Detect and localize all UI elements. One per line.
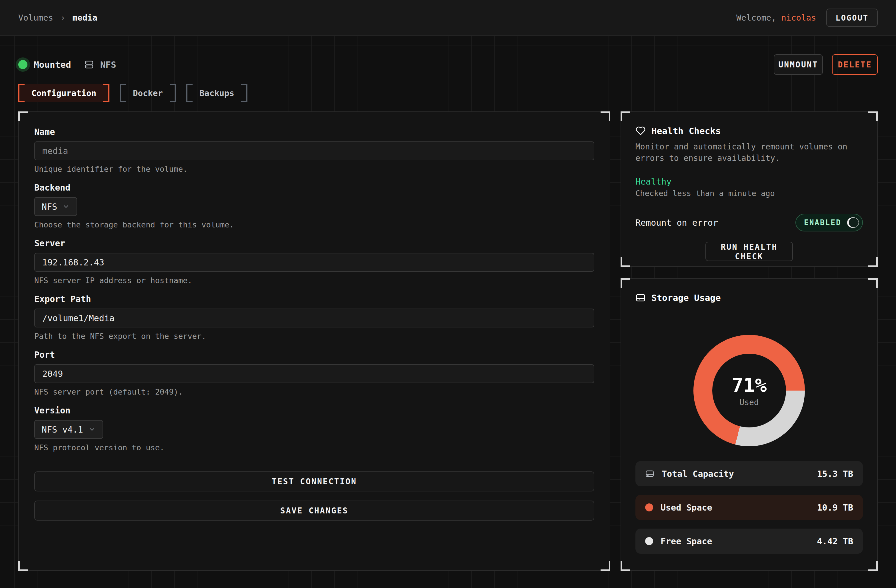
- status-dot-icon: [18, 60, 27, 69]
- name-hint: Unique identifier for the volume.: [34, 164, 594, 174]
- total-capacity-value: 15.3 TB: [817, 469, 853, 479]
- configuration-card: Name Unique identifier for the volume. B…: [18, 111, 610, 571]
- health-checks-title: Health Checks: [651, 126, 721, 136]
- corner-bracket: [868, 561, 878, 571]
- free-space-value: 4.42 TB: [817, 536, 853, 546]
- corner-bracket: [868, 111, 878, 121]
- corner-bracket: [868, 257, 878, 267]
- free-space-dot-icon: [645, 537, 653, 545]
- version-select-value: NFS v4.1: [42, 425, 83, 434]
- port-label: Port: [34, 350, 594, 360]
- free-space-row: Free Space 4.42 TB: [635, 529, 863, 554]
- tab-bar: Configuration Docker Backups: [18, 84, 878, 102]
- mount-status: Mounted: [18, 59, 71, 70]
- name-label: Name: [34, 127, 594, 137]
- tab-backups[interactable]: Backups: [186, 84, 247, 102]
- port-field-group: Port NFS server port (default: 2049).: [34, 350, 594, 397]
- corner-bracket: [18, 111, 28, 121]
- breadcrumb: Volumes › media: [18, 12, 98, 23]
- remount-toggle[interactable]: ENABLED: [795, 214, 863, 232]
- backend-badge-label: NFS: [100, 59, 116, 70]
- heart-icon: [635, 126, 646, 136]
- breadcrumb-current: media: [72, 13, 97, 23]
- unmount-button[interactable]: UNMOUNT: [774, 54, 823, 75]
- export-path-field-group: Export Path Path to the NFS export on th…: [34, 294, 594, 341]
- save-changes-button[interactable]: SAVE CHANGES: [34, 501, 594, 521]
- welcome-text: Welcome, nicolas: [736, 13, 816, 23]
- run-health-check-button[interactable]: RUN HEALTH CHECK: [706, 242, 793, 261]
- health-last-checked: Checked less than a minute ago: [635, 189, 863, 198]
- port-input[interactable]: [34, 364, 594, 383]
- server-hint: NFS server IP address or hostname.: [34, 276, 594, 285]
- corner-bracket: [600, 111, 610, 121]
- backend-field-group: Backend NFS Choose the storage backend f…: [34, 183, 594, 230]
- name-input[interactable]: [34, 142, 594, 160]
- corner-bracket: [620, 278, 630, 288]
- chevron-down-icon: [62, 203, 70, 210]
- page-content: Mounted NFS UNMOUNT DELETE Configuration…: [0, 36, 896, 588]
- export-path-label: Export Path: [34, 294, 594, 304]
- storage-usage-title: Storage Usage: [651, 292, 721, 303]
- free-space-label: Free Space: [661, 536, 712, 546]
- tab-docker[interactable]: Docker: [120, 84, 176, 102]
- health-status: Healthy: [635, 177, 863, 187]
- storage-donut-chart: 71% Used: [693, 335, 805, 446]
- status-bar: Mounted NFS UNMOUNT DELETE: [18, 36, 878, 75]
- port-hint: NFS server port (default: 2049).: [34, 387, 594, 397]
- mount-status-label: Mounted: [34, 59, 71, 70]
- corner-bracket: [620, 257, 630, 267]
- version-field-group: Version NFS v4.1 NFS protocol version to…: [34, 405, 594, 452]
- storage-usage-card: Storage Usage 71% Used: [620, 278, 878, 571]
- corner-bracket: [600, 561, 610, 571]
- chevron-down-icon: [88, 426, 96, 433]
- breadcrumb-volumes[interactable]: Volumes: [18, 13, 53, 23]
- used-space-row: Used Space 10.9 TB: [635, 495, 863, 520]
- corner-bracket: [18, 561, 28, 571]
- corner-bracket: [868, 278, 878, 288]
- remount-toggle-label: ENABLED: [804, 218, 841, 227]
- tab-configuration[interactable]: Configuration: [18, 84, 110, 102]
- export-path-hint: Path to the NFS export on the server.: [34, 331, 594, 341]
- corner-bracket: [620, 111, 630, 121]
- backend-label: Backend: [34, 183, 594, 193]
- chevron-right-icon: ›: [60, 12, 66, 23]
- health-description: Monitor and automatically remount volume…: [635, 141, 863, 164]
- donut-center-label: Used: [739, 398, 759, 407]
- donut-percent: 71%: [732, 374, 767, 396]
- hard-drive-icon: [645, 469, 654, 478]
- server-field-group: Server NFS server IP address or hostname…: [34, 238, 594, 285]
- version-hint: NFS protocol version to use.: [34, 443, 594, 452]
- remount-on-error-label: Remount on error: [635, 218, 718, 228]
- name-field-group: Name Unique identifier for the volume.: [34, 127, 594, 174]
- used-space-dot-icon: [645, 503, 653, 512]
- test-connection-button[interactable]: TEST CONNECTION: [34, 471, 594, 491]
- total-capacity-label: Total Capacity: [662, 469, 734, 479]
- total-capacity-row: Total Capacity 15.3 TB: [635, 461, 863, 486]
- hard-drive-icon: [635, 292, 646, 303]
- health-checks-card: Health Checks Monitor and automatically …: [620, 111, 878, 267]
- delete-button[interactable]: DELETE: [832, 54, 878, 75]
- toggle-switch-icon: [847, 218, 859, 228]
- used-space-label: Used Space: [661, 503, 712, 513]
- backend-select-value: NFS: [42, 202, 57, 212]
- backend-select[interactable]: NFS: [34, 197, 77, 216]
- version-select[interactable]: NFS v4.1: [34, 420, 103, 439]
- top-bar: Volumes › media Welcome, nicolas LOGOUT: [0, 0, 896, 36]
- corner-bracket: [620, 561, 630, 571]
- server-label: Server: [34, 238, 594, 248]
- username: nicolas: [781, 13, 816, 23]
- backend-badge: NFS: [84, 59, 116, 70]
- version-label: Version: [34, 405, 594, 416]
- backend-hint: Choose the storage backend for this volu…: [34, 220, 594, 230]
- logout-button[interactable]: LOGOUT: [826, 9, 878, 27]
- server-icon: [84, 60, 94, 69]
- welcome-prefix: Welcome,: [736, 13, 776, 23]
- server-input[interactable]: [34, 253, 594, 272]
- used-space-value: 10.9 TB: [817, 503, 853, 513]
- export-path-input[interactable]: [34, 309, 594, 328]
